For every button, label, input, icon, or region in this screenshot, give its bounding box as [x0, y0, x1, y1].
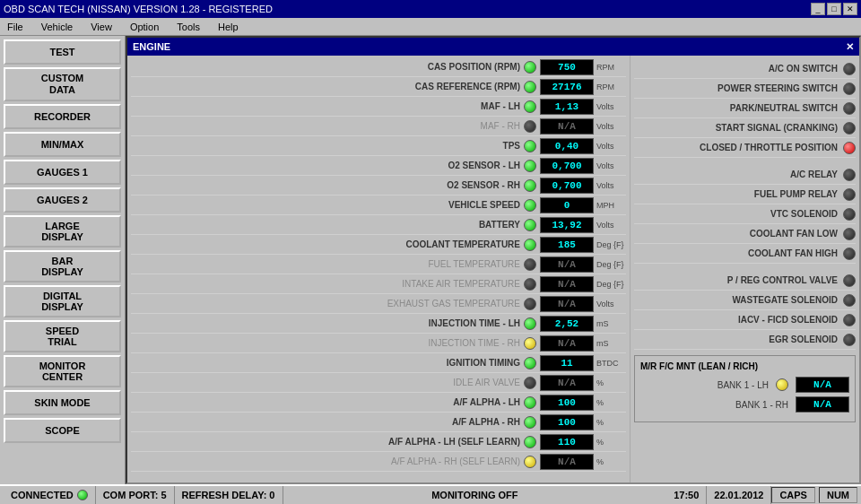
menu-help[interactable]: Help: [214, 20, 242, 34]
ind-start-signal: [843, 122, 856, 135]
switch-row-coolant-fan-low: COOLANT FAN LOW: [634, 224, 856, 244]
ind-o2-rh: [524, 179, 536, 192]
val-injection-rh: N/A: [540, 335, 594, 352]
label-cas-reference: CAS REFERENCE (RPM): [131, 82, 524, 91]
ind-fuel-temp: [524, 258, 536, 271]
sidebar-btn-monitor-center[interactable]: MONITORCENTER: [4, 355, 121, 387]
label-fuel-pump: FUEL PUMP RELAY: [754, 189, 838, 199]
label-coolant-temp: COOLANT TEMPERATURE: [131, 239, 524, 249]
ind-maf-lh: [524, 100, 536, 113]
status-bar: CONNECTED COM PORT: 5 REFRESH DELAY: 0 M…: [0, 484, 861, 504]
sidebar-btn-min-max[interactable]: MIN/MAX: [4, 132, 121, 157]
label-vtc: VTC SOLENOID: [770, 209, 838, 219]
window-controls[interactable]: _ □ ✕: [811, 3, 857, 15]
bank1-rh-label: BANK 1 - RH: [735, 400, 788, 410]
menu-vehicle[interactable]: Vehicle: [38, 20, 76, 34]
unit-fuel-temp: Deg {F}: [594, 260, 626, 269]
label-ac-on: A/C ON SWITCH: [769, 64, 838, 74]
row-injection-rh: INJECTION TIME - RH N/A mS: [131, 334, 626, 353]
val-battery: 13,92: [540, 217, 594, 233]
menu-tools[interactable]: Tools: [173, 20, 204, 34]
status-date: 22.01.2012: [707, 486, 771, 504]
label-vehicle-speed: VEHICLE SPEED: [131, 200, 524, 210]
sidebar-btn-recorder[interactable]: RECORDER: [4, 104, 121, 129]
label-injection-lh: INJECTION TIME - LH: [131, 318, 524, 328]
close-button[interactable]: ✕: [843, 3, 857, 15]
label-maf-lh: MAF - LH: [131, 101, 524, 111]
sidebar-btn-custom-data[interactable]: CUSTOMDATA: [4, 67, 121, 101]
unit-intake-air-temp: Deg {F}: [594, 280, 626, 289]
label-injection-rh: INJECTION TIME - RH: [131, 338, 524, 348]
maximize-button[interactable]: □: [827, 3, 841, 15]
switch-row-ac-on: A/C ON SWITCH: [634, 59, 856, 79]
ind-closed-throttle: [843, 142, 856, 154]
unit-ignition-timing: BTDC: [594, 359, 626, 368]
sidebar-btn-scope[interactable]: SCOPE: [4, 418, 121, 443]
sidebar-btn-gauges1[interactable]: GAUGES 1: [4, 160, 121, 185]
ind-ac-on: [843, 63, 856, 75]
val-ignition-timing: 11: [540, 355, 594, 371]
label-af-alpha-rh: A/F ALPHA - RH: [131, 417, 524, 427]
bank1-rh-row: BANK 1 - RH N/A: [640, 396, 849, 413]
switch-row-fuel-pump: FUEL PUMP RELAY: [634, 185, 856, 204]
ind-idle-air-valve: [524, 377, 536, 389]
menu-view[interactable]: View: [87, 20, 116, 34]
minimize-button[interactable]: _: [811, 3, 825, 15]
val-o2-lh: 0,700: [540, 158, 594, 174]
row-maf-lh: MAF - LH 1,13 Volts: [131, 97, 626, 117]
val-af-alpha-lh: 100: [540, 395, 594, 411]
unit-maf-lh: Volts: [594, 102, 626, 111]
sidebar: TEST CUSTOMDATA RECORDER MIN/MAX GAUGES …: [0, 36, 126, 484]
switch-row-closed-throttle: CLOSED / THROTTLE POSITION: [634, 138, 856, 158]
row-tps: TPS 0,40 Volts: [131, 136, 626, 156]
status-monitoring: MONITORING OFF: [283, 486, 667, 504]
menu-file[interactable]: File: [4, 20, 27, 34]
menu-option[interactable]: Option: [126, 20, 162, 34]
engine-panel: ENGINE ✕ CAS POSITION (RPM) 750 RPM CAS …: [126, 36, 861, 484]
status-time: 17:50: [666, 486, 707, 504]
caps-label: CAPS: [779, 490, 807, 500]
sidebar-btn-bar-display[interactable]: BARDISPLAY: [4, 250, 121, 282]
bank1-lh-row: BANK 1 - LH N/A: [640, 377, 849, 393]
val-tps: 0,40: [540, 138, 594, 154]
date-label: 22.01.2012: [714, 490, 763, 500]
ind-egr: [843, 334, 856, 346]
sidebar-btn-large-display[interactable]: LARGEDISPLAY: [4, 215, 121, 248]
label-maf-rh: MAF - RH: [131, 121, 524, 131]
unit-coolant-temp: Deg {F}: [594, 240, 626, 249]
row-o2-rh: O2 SENSOR - RH 0,700 Volts: [131, 176, 626, 196]
label-ac-relay: A/C RELAY: [790, 169, 838, 179]
row-exhaust-gas-temp: EXHAUST GAS TEMPERATURE N/A Volts: [131, 294, 626, 314]
sidebar-btn-gauges2[interactable]: GAUGES 2: [4, 187, 121, 213]
val-maf-lh: 1,13: [540, 99, 594, 115]
label-egr: EGR SOLENOID: [769, 335, 838, 344]
ind-af-alpha-lh-sl: [524, 436, 536, 448]
label-cas-position: CAS POSITION (RPM): [131, 62, 524, 72]
unit-vehicle-speed: MPH: [594, 201, 626, 210]
val-coolant-temp: 185: [540, 237, 594, 253]
row-af-alpha-lh: A/F ALPHA - LH 100 %: [131, 393, 626, 413]
time-label: 17:50: [674, 490, 699, 500]
label-ignition-timing: IGNITION TIMING: [131, 358, 524, 368]
sidebar-btn-digital-display[interactable]: DIGITALDISPLAY: [4, 285, 121, 317]
connected-label: CONNECTED: [11, 490, 74, 500]
ind-iacv: [843, 314, 856, 326]
sidebar-btn-speed-trial[interactable]: SPEEDTRIAL: [4, 320, 121, 352]
row-idle-air-valve: IDLE AIR VALVE N/A %: [131, 373, 626, 393]
ind-bank1-lh: [776, 378, 788, 391]
row-af-alpha-rh-sl: A/F ALPHA - RH (SELF LEARN) N/A %: [131, 452, 626, 472]
right-panel: A/C ON SWITCH POWER STEERING SWITCH PARK…: [630, 56, 859, 482]
unit-exhaust-gas-temp: Volts: [594, 300, 626, 308]
sidebar-btn-skin-mode[interactable]: SKIN MODE: [4, 390, 121, 415]
switch-row-start-signal: START SIGNAL (CRANKING): [634, 118, 856, 138]
row-fuel-temp: FUEL TEMPERATURE N/A Deg {F}: [131, 255, 626, 274]
sidebar-btn-test[interactable]: TEST: [4, 39, 121, 65]
unit-o2-lh: Volts: [594, 161, 626, 170]
val-exhaust-gas-temp: N/A: [540, 296, 594, 312]
bank1-lh-label: BANK 1 - LH: [718, 380, 769, 390]
row-battery: BATTERY 13,92 Volts: [131, 215, 626, 235]
ind-coolant-fan-low: [843, 228, 856, 240]
engine-close-button[interactable]: ✕: [846, 41, 854, 53]
ind-af-alpha-rh: [524, 416, 536, 429]
row-coolant-temp: COOLANT TEMPERATURE 185 Deg {F}: [131, 235, 626, 255]
